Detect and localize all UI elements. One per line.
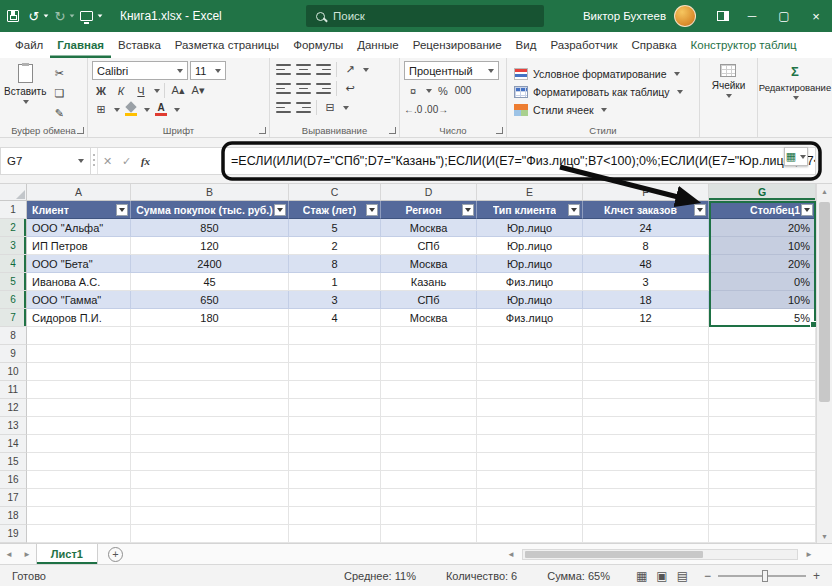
ribbon-tab[interactable]: Файл [8,32,50,58]
minimize-button[interactable]: ─ [736,0,768,32]
row-header-4[interactable]: 4 [0,255,27,273]
cell-E14[interactable] [477,435,583,453]
zoom-slider[interactable] [718,575,806,577]
insert-function-button[interactable]: fx [136,148,155,174]
column-header-G[interactable]: G [709,184,816,201]
cell-A8[interactable] [27,327,131,345]
dialog-launcher-icon[interactable] [496,127,503,134]
cell-A12[interactable] [27,399,131,417]
row-header-11[interactable]: 11 [0,381,27,399]
cell-C5[interactable]: 1 [289,273,381,291]
cell-A16[interactable] [27,471,131,489]
cell-A17[interactable] [27,489,131,507]
cell-E13[interactable] [477,417,583,435]
cell-D13[interactable] [381,417,477,435]
cell-A18[interactable] [27,507,131,525]
cell-D7[interactable]: Москва [381,309,477,327]
cell-G15[interactable] [709,453,816,471]
merge-center-button[interactable]: ⊟ [321,99,339,116]
cancel-button[interactable]: ✕ [98,148,117,174]
cell-F2[interactable]: 24 [583,219,709,237]
cell-F8[interactable] [583,327,709,345]
undo-button[interactable]: ↺ [26,0,52,32]
cell-A19[interactable] [27,525,131,543]
ribbon-tab[interactable]: Справка [624,32,683,58]
row-header-1[interactable]: 1 [0,201,27,219]
cell-G9[interactable] [709,345,816,363]
cell-C10[interactable] [289,363,381,381]
cell-D17[interactable] [381,489,477,507]
sheet-nav-left-icon[interactable]: ◄ [0,550,18,559]
select-all-corner[interactable] [0,184,27,201]
bold-button[interactable]: Ж [92,82,110,99]
cell-F19[interactable] [583,525,709,543]
cell-F17[interactable] [583,489,709,507]
zoom-in-button[interactable]: + [813,569,820,583]
ribbon-tab[interactable]: Вид [509,32,544,58]
cell-C6[interactable]: 3 [289,291,381,309]
increase-indent-button[interactable] [294,99,312,116]
cell-F15[interactable] [583,453,709,471]
cell-C3[interactable]: 2 [289,237,381,255]
cell-B17[interactable] [131,489,289,507]
align-top-button[interactable] [274,61,292,78]
cell-D12[interactable] [381,399,477,417]
cell-B12[interactable] [131,399,289,417]
wrap-text-button[interactable]: ↩ [341,80,359,97]
ribbon-tab[interactable]: Конструктор таблиц [684,32,804,58]
horizontal-scrollbar[interactable]: ◄ ► [502,544,832,564]
user-avatar[interactable] [674,5,696,27]
cell-A2[interactable]: ООО "Альфа" [27,219,131,237]
enter-button[interactable]: ✓ [117,148,136,174]
cell-B13[interactable] [131,417,289,435]
cell-B9[interactable] [131,345,289,363]
cell-F4[interactable]: 48 [583,255,709,273]
align-right-button[interactable] [314,80,332,97]
cell-styles-button[interactable]: Стили ячеек [511,101,683,118]
cell-A4[interactable]: ООО "Бета" [27,255,131,273]
new-sheet-button[interactable]: + [108,547,123,562]
cell-G4[interactable]: 20% [709,255,816,273]
cell-C7[interactable]: 4 [289,309,381,327]
cell-G13[interactable] [709,417,816,435]
fill-color-button[interactable] [122,101,140,118]
column-header-C[interactable]: C [289,184,381,201]
cell-F10[interactable] [583,363,709,381]
align-center-button[interactable] [294,80,312,97]
maximize-button[interactable]: ▢ [768,0,800,32]
orientation-button[interactable]: ↗ [341,61,359,78]
decrease-font-button[interactable]: А▾ [189,82,207,99]
normal-view-icon[interactable]: ▦ [636,569,647,583]
cell-B16[interactable] [131,471,289,489]
formula-bar-handle[interactable] [91,148,98,174]
cell-E12[interactable] [477,399,583,417]
touch-mode-button[interactable] [78,0,104,32]
row-header-5[interactable]: 5 [0,273,27,291]
close-button[interactable]: × [800,0,832,32]
font-size-select[interactable]: 11 [190,61,226,80]
cell-B15[interactable] [131,453,289,471]
cell-E11[interactable] [477,381,583,399]
font-name-select[interactable]: Calibri [92,61,188,80]
cell-G14[interactable] [709,435,816,453]
cell-D1[interactable]: Регион [381,201,477,219]
align-middle-button[interactable] [294,61,312,78]
vscroll-thumb[interactable] [819,202,830,402]
cell-F3[interactable]: 8 [583,237,709,255]
ribbon-tab[interactable]: Разработчик [543,32,624,58]
ribbon-tab[interactable]: Вставка [111,32,168,58]
save-button[interactable] [0,0,26,32]
cell-C16[interactable] [289,471,381,489]
cell-E16[interactable] [477,471,583,489]
cell-F9[interactable] [583,345,709,363]
cell-C15[interactable] [289,453,381,471]
cell-A6[interactable]: ООО "Гамма" [27,291,131,309]
cell-B11[interactable] [131,381,289,399]
cell-C8[interactable] [289,327,381,345]
cell-C19[interactable] [289,525,381,543]
ribbon-tab[interactable]: Разметка страницы [168,32,286,58]
comma-style-button[interactable]: 000 [454,82,472,99]
cell-D3[interactable]: СПб [381,237,477,255]
cell-D9[interactable] [381,345,477,363]
cell-A11[interactable] [27,381,131,399]
